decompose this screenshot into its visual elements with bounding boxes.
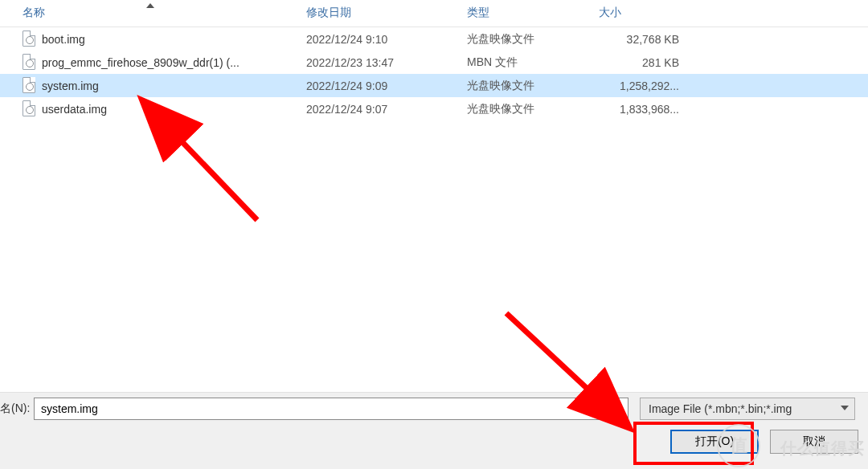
file-name: prog_emmc_firehose_8909w_ddr(1) (... xyxy=(42,56,306,69)
file-type: 光盘映像文件 xyxy=(467,102,596,116)
filename-label: 名(N): xyxy=(0,402,31,416)
file-date: 2022/12/23 13:47 xyxy=(306,56,467,69)
filename-input[interactable] xyxy=(34,398,628,420)
file-row[interactable]: boot.img2022/12/24 9:10光盘映像文件32,768 KB xyxy=(0,27,868,51)
file-list[interactable]: boot.img2022/12/24 9:10光盘映像文件32,768 KBpr… xyxy=(0,27,868,120)
file-type: MBN 文件 xyxy=(467,55,596,70)
file-type: 光盘映像文件 xyxy=(467,32,596,47)
file-size: 1,258,292... xyxy=(596,80,684,92)
file-type-filter[interactable]: Image File (*.mbn;*.bin;*.img xyxy=(640,398,855,420)
watermark-text: 什么值得买 xyxy=(780,438,865,459)
file-size: 281 KB xyxy=(596,56,684,69)
file-name: userdata.img xyxy=(42,103,306,116)
file-icon xyxy=(23,54,37,71)
file-name: system.img xyxy=(42,80,306,92)
file-row[interactable]: prog_emmc_firehose_8909w_ddr(1) (...2022… xyxy=(0,51,868,74)
file-row[interactable]: userdata.img2022/12/24 9:07光盘映像文件1,833,9… xyxy=(0,97,868,120)
file-icon xyxy=(23,77,37,95)
file-size: 32,768 KB xyxy=(596,33,684,46)
file-date: 2022/12/24 9:10 xyxy=(306,33,467,46)
file-date: 2022/12/24 9:09 xyxy=(306,80,467,92)
watermark-circle: 值 xyxy=(717,424,760,467)
col-header-type[interactable]: 类型 xyxy=(467,0,596,27)
file-size: 1,833,968... xyxy=(596,103,684,116)
file-name: boot.img xyxy=(42,33,306,46)
file-icon xyxy=(23,31,37,48)
file-type: 光盘映像文件 xyxy=(467,79,596,93)
file-icon xyxy=(23,100,37,118)
file-row[interactable]: system.img2022/12/24 9:09光盘映像文件1,258,292… xyxy=(0,74,868,97)
file-date: 2022/12/24 9:07 xyxy=(306,103,467,116)
col-header-size[interactable]: 大小 xyxy=(596,0,868,27)
col-header-date[interactable]: 修改日期 xyxy=(306,0,467,27)
col-header-name[interactable]: 名称 xyxy=(0,0,306,27)
column-header[interactable]: 名称 修改日期 类型 大小 xyxy=(0,0,868,27)
